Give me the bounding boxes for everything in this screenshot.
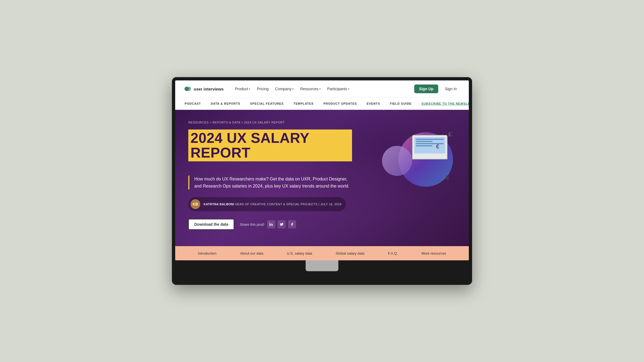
navbar-right: Sign Up Sign In (414, 85, 460, 93)
linkedin-svg (269, 222, 273, 226)
nav-resources[interactable]: Resources ▾ (297, 85, 323, 93)
hero-right: £ € $ (379, 129, 456, 189)
browser-window: user interviews Product ▾ Pricing Compan… (175, 80, 469, 260)
currency-pound: £ (448, 131, 452, 138)
share-row: Share this post! (240, 220, 296, 228)
hero-left: 2024 UX SALARY REPORT How much do UX Res… (188, 129, 352, 230)
nav-product[interactable]: Product ▾ (232, 85, 253, 93)
author-name: KATRYNA BALBONI (204, 203, 234, 206)
currency-dollar: $ (446, 174, 449, 181)
nav-links: Product ▾ Pricing Company ▾ Resources ▾ (232, 85, 352, 93)
subnav-special-features[interactable]: SPECIAL FEATURES (245, 98, 288, 110)
nav-participants[interactable]: Participants ▾ (324, 85, 352, 93)
logo-icon (184, 85, 192, 93)
hero-section: RESOURCES > REPORTS & DATA > 2024 UX SAL… (175, 110, 469, 246)
logo[interactable]: user interviews (184, 85, 223, 93)
currency-euro: € (436, 143, 439, 150)
nav-company[interactable]: Company ▾ (272, 85, 296, 93)
author-row: KB KATRYNA BALBONI HEAD OF CREATIVE CONT… (188, 197, 346, 211)
hero-actions: Download the data Share this post! (188, 219, 352, 230)
subnav-blog[interactable]: BLOG (175, 98, 180, 110)
navbar-left: user interviews Product ▾ Pricing Compan… (184, 85, 352, 93)
bottom-nav-about[interactable]: About our data (236, 251, 268, 255)
avatar: KB (190, 199, 200, 209)
nav-pricing[interactable]: Pricing (254, 85, 271, 93)
chevron-down-icon: ▾ (292, 88, 294, 90)
page-title: 2024 UX SALARY REPORT (188, 129, 352, 161)
bottom-nav-global-salary[interactable]: Global salary data (331, 251, 369, 255)
subnav-newsletter[interactable]: SUBSCRIBE TO THE NEWSLETTER (416, 98, 469, 110)
share-linkedin-icon[interactable] (267, 220, 275, 228)
signin-button[interactable]: Sign In (442, 85, 460, 93)
download-button[interactable]: Download the data (188, 219, 234, 230)
facebook-svg (290, 222, 294, 226)
illustration-circle-sm (382, 146, 412, 176)
breadcrumb: RESOURCES > REPORTS & DATA > 2024 UX SAL… (188, 121, 456, 124)
screen-line-4 (416, 145, 433, 146)
hero-content: 2024 UX SALARY REPORT How much do UX Res… (188, 129, 456, 230)
subnav-events[interactable]: EVENTS (362, 98, 385, 110)
subnav-field-guide[interactable]: FIELD GUIDE (385, 98, 416, 110)
subnav-templates[interactable]: TEMPLATES (289, 98, 319, 110)
subnav-product-updates[interactable]: PRODUCT UPDATES (318, 98, 362, 110)
author-separator: | (318, 203, 320, 206)
chevron-down-icon: ▾ (348, 88, 349, 90)
subnav-data-reports[interactable]: DATA & REPORTS (206, 98, 245, 110)
bottom-nav: Introduction About our data U.S. salary … (175, 246, 469, 260)
chevron-down-icon: ▾ (249, 88, 250, 90)
share-facebook-icon[interactable] (288, 220, 296, 228)
svg-point-1 (187, 87, 191, 91)
bottom-nav-more-resources[interactable]: More resources (417, 251, 450, 255)
screen-line-3 (416, 143, 444, 144)
hero-title-wrapper: 2024 UX SALARY REPORT (188, 129, 352, 169)
share-icons (267, 220, 296, 228)
share-label: Share this post! (240, 222, 264, 227)
illustration-laptop (412, 135, 448, 159)
monitor: user interviews Product ▾ Pricing Compan… (172, 77, 472, 285)
hero-quote: How much do UX Researchers make? Get the… (188, 176, 352, 189)
illustration-screen (414, 137, 445, 153)
subnav: BLOG PODCAST DATA & REPORTS SPECIAL FEAT… (175, 98, 469, 110)
signup-button[interactable]: Sign Up (414, 85, 439, 93)
hero-description: How much do UX Researchers make? Get the… (194, 176, 352, 189)
navbar: user interviews Product ▾ Pricing Compan… (175, 80, 469, 98)
bottom-nav-us-salary[interactable]: U.S. salary data (282, 251, 317, 255)
twitter-svg (280, 222, 284, 226)
monitor-stand (306, 260, 338, 271)
screen-line-2 (416, 141, 433, 142)
hero-illustration: £ € $ (382, 129, 453, 189)
share-twitter-icon[interactable] (278, 220, 286, 228)
chevron-down-icon: ▾ (319, 88, 321, 90)
subnav-podcast[interactable]: PODCAST (180, 98, 206, 110)
author-info: KATRYNA BALBONI HEAD OF CREATIVE CONTENT… (204, 203, 342, 206)
author-role-text: HEAD OF CREATIVE CONTENT & SPECIAL PROJE… (235, 203, 317, 206)
screen-line-1 (416, 139, 444, 140)
bottom-nav-faq[interactable]: F.A.Q. (384, 251, 402, 255)
author-date: JULY 16, 2024 (320, 203, 341, 206)
logo-text: user interviews (194, 87, 223, 91)
bottom-nav-introduction[interactable]: Introduction (193, 251, 221, 255)
